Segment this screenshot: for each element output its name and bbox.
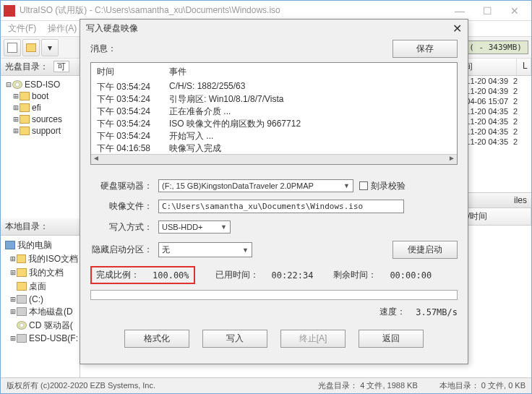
progress-bar: [90, 290, 458, 300]
window-title: UltraISO (试用版) - C:\Users\samantha_xu\Do…: [20, 4, 446, 17]
write-mode-label: 写入方式：: [90, 221, 153, 234]
log-list[interactable]: 下午 03:54:24C/H/S: 1882/255/63 下午 03:54:2…: [91, 81, 457, 154]
log-col-event: 事件: [169, 66, 186, 78]
abort-button[interactable]: 终止[A]: [280, 330, 346, 348]
log-col-time: 时间: [97, 66, 169, 78]
completion-highlight: 完成比例： 100.00%: [90, 266, 195, 284]
tree-root-local[interactable]: 我的电脑: [2, 239, 78, 252]
status-local: 本地目录： 0 文件, 0 KB: [439, 380, 525, 391]
toolbar-new[interactable]: [4, 39, 21, 56]
image-path-field[interactable]: C:\Users\samantha_xu\Documents\Windows.i…: [158, 200, 404, 213]
close-button[interactable]: ✕: [501, 3, 528, 19]
write-disk-image-dialog: 写入硬盘映像 ✕ 消息： 保存 时间 事件 下午 03:54:24C/H/S: …: [80, 19, 468, 364]
tree-item[interactable]: ⊞我的文档: [2, 266, 78, 280]
log-box: 时间 事件 下午 03:54:24C/H/S: 1882/255/63 下午 0…: [90, 62, 458, 165]
disc-tree[interactable]: ⊟ESD-ISO ⊞boot ⊞efi ⊞sources ⊞support: [1, 76, 80, 218]
save-button[interactable]: 保存: [392, 40, 458, 58]
dialog-close-icon[interactable]: ✕: [452, 22, 462, 35]
status-disc: 光盘目录： 4 文件, 1988 KB: [318, 380, 418, 391]
menu-action[interactable]: 操作(A): [43, 21, 81, 36]
elapsed-label: 已用时间：: [215, 269, 259, 281]
toolbar-open[interactable]: [22, 39, 40, 56]
local-tree[interactable]: 我的电脑 ⊞我的ISO文档 ⊞我的文档 桌面 ⊞(C:) ⊞本地磁盘(D CD …: [1, 236, 80, 378]
dialog-title: 写入硬盘映像: [86, 22, 452, 35]
drive-label: 硬盘驱动器：: [90, 180, 153, 192]
tree-item[interactable]: CD 驱动器(: [2, 319, 78, 333]
verify-checkbox[interactable]: 刻录校验: [359, 180, 406, 192]
tree-item[interactable]: ⊞support: [2, 125, 78, 137]
left-column: 光盘目录： 可 ⊟ESD-ISO ⊞boot ⊞efi ⊞sources ⊞su…: [1, 59, 80, 377]
copyright: 版权所有 (c)2002-2020 EZB Systems, Inc.: [7, 380, 296, 391]
minimize-button[interactable]: —: [446, 3, 473, 19]
col-l[interactable]: L: [517, 59, 531, 75]
write-button[interactable]: 写入: [202, 330, 267, 348]
drive-select[interactable]: (F:, 15 GB)KingstonDataTraveler 2.0PMAP▼: [158, 179, 353, 192]
local-tree-header: 本地目录：: [1, 218, 80, 236]
speed-value: 3.57MB/s: [416, 307, 458, 317]
complete-value: 100.00%: [153, 270, 189, 280]
app-icon: [4, 5, 15, 17]
dialog-titlebar: 写入硬盘映像 ✕: [80, 20, 468, 37]
format-button[interactable]: 格式化: [124, 330, 189, 348]
log-scrollbar[interactable]: [91, 154, 457, 164]
tree-item[interactable]: ⊞我的ISO文档: [2, 252, 78, 266]
menu-file[interactable]: 文件(F): [4, 21, 40, 36]
tree-item[interactable]: 桌面: [2, 280, 78, 294]
hide-boot-label: 隐藏启动分区：: [90, 244, 153, 256]
write-mode-select[interactable]: USB-HDD+▼: [158, 220, 231, 234]
elapsed-value: 00:22:34: [272, 270, 314, 280]
message-label: 消息：: [90, 43, 116, 55]
tree-item[interactable]: ⊞efi: [2, 102, 78, 114]
tree-root-disc[interactable]: ⊟ESD-ISO: [2, 79, 78, 90]
image-label: 映像文件：: [90, 200, 153, 213]
return-button[interactable]: 返回: [359, 330, 424, 348]
tree-item[interactable]: ⊞ESD-USB(F:: [2, 333, 78, 344]
easy-boot-button[interactable]: 便捷启动: [392, 241, 458, 259]
titlebar: UltraISO (试用版) - C:\Users\samantha_xu\Do…: [1, 1, 531, 21]
tree-item[interactable]: ⊞sources: [2, 114, 78, 125]
tree-item[interactable]: ⊞boot: [2, 90, 78, 102]
tree-item[interactable]: ⊞本地磁盘(D: [2, 305, 78, 319]
remain-label: 剩余时间：: [333, 269, 377, 281]
disc-tree-header: 光盘目录： 可: [1, 59, 80, 76]
toolbar-btn3[interactable]: ▾: [41, 39, 59, 56]
remain-value: 00:00:00: [390, 270, 432, 280]
statusbar: 版权所有 (c)2002-2020 EZB Systems, Inc. 光盘目录…: [1, 377, 531, 393]
hide-boot-select[interactable]: 无▼: [158, 242, 252, 257]
speed-label: 速度：: [379, 306, 406, 318]
tree-item[interactable]: ⊞(C:): [2, 294, 78, 305]
complete-label: 完成比例：: [96, 269, 140, 281]
maximize-button[interactable]: ☐: [473, 3, 501, 19]
